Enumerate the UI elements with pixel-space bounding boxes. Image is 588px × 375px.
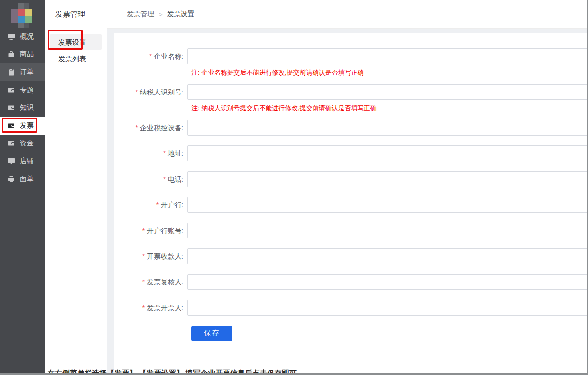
- wallet-icon: [7, 122, 15, 130]
- horizontal-scrollbar[interactable]: [0, 373, 588, 375]
- field-label: *企业名称:: [114, 48, 187, 64]
- sidebar-item-6[interactable]: 资金: [0, 135, 45, 152]
- logo-tile: [24, 3, 29, 9]
- secondary-sidebar: 发票管理 发票设置发票列表: [45, 0, 107, 375]
- field-input-3[interactable]: [187, 145, 588, 161]
- submenu-item-0[interactable]: 发票设置: [50, 34, 102, 50]
- form-row-0: *企业名称:: [114, 48, 588, 64]
- required-asterisk: *: [142, 252, 145, 260]
- field-label: *地址:: [114, 145, 187, 161]
- breadcrumb-item-1: 发票设置: [167, 10, 195, 19]
- sidebar-item-label: 商品: [20, 50, 34, 59]
- app-window: 概况商品订单专题知识发票资金店铺面单 发票管理 发票设置发票列表 发票管理>发票…: [0, 0, 588, 375]
- sidebar-item-5[interactable]: 发票: [0, 117, 45, 135]
- required-asterisk: *: [149, 52, 152, 60]
- breadcrumb-item-0[interactable]: 发票管理: [127, 10, 154, 19]
- wallet-icon: [7, 104, 15, 112]
- field-input-7[interactable]: [187, 248, 588, 264]
- invoice-settings-form: *企业名称:注: 企业名称提交后不能进行修改,提交前请确认是否填写正确*纳税人识…: [114, 33, 588, 341]
- sidebar-item-4[interactable]: 知识: [0, 99, 45, 117]
- sidebar-item-1[interactable]: 商品: [0, 46, 45, 63]
- form-row-6: *开户行账号:: [114, 223, 588, 238]
- monitor-icon: [7, 33, 15, 41]
- logo-tile: [18, 16, 25, 23]
- required-asterisk: *: [142, 227, 145, 234]
- required-asterisk: *: [163, 175, 166, 183]
- sidebar-item-label: 订单: [20, 68, 34, 77]
- sidebar-item-2[interactable]: 订单: [0, 63, 45, 81]
- sidebar-item-label: 发票: [20, 121, 34, 130]
- logo-tile: [11, 9, 18, 23]
- sidebar-item-label: 面单: [20, 175, 34, 184]
- logo-tile: [24, 23, 29, 28]
- field-input-1[interactable]: [187, 84, 588, 100]
- field-input-4[interactable]: [187, 171, 588, 187]
- sidebar-item-label: 专题: [20, 86, 34, 94]
- required-asterisk: *: [136, 88, 138, 96]
- field-label: *电话:: [114, 171, 187, 187]
- form-row-1: *纳税人识别号:: [114, 84, 588, 100]
- breadcrumb-separator: >: [159, 11, 163, 18]
- form-row-7: *开票收款人:: [114, 248, 588, 264]
- form-row-3: *地址:: [114, 145, 588, 161]
- field-label: *企业税控设备:: [114, 120, 187, 136]
- required-asterisk: *: [163, 149, 166, 157]
- monitor-icon: [7, 157, 15, 165]
- logo-tile: [18, 3, 24, 9]
- sidebar-item-label: 资金: [20, 139, 34, 148]
- primary-menu: 概况商品订单专题知识发票资金店铺面单: [0, 28, 45, 188]
- required-asterisk: *: [136, 124, 138, 132]
- form-row-9: *发票开票人:: [114, 300, 588, 316]
- app-logo: [11, 3, 35, 28]
- primary-sidebar: 概况商品订单专题知识发票资金店铺面单: [0, 0, 45, 375]
- form-row-8: *发票复核人:: [114, 274, 588, 290]
- logo-tile: [18, 23, 24, 28]
- sidebar-item-0[interactable]: 概况: [0, 28, 45, 46]
- form-row-5: *开户行:: [114, 197, 588, 213]
- save-button[interactable]: 保存: [191, 326, 232, 341]
- form-row-2: *企业税控设备:: [114, 120, 588, 136]
- wallet-icon: [7, 86, 15, 94]
- content-card: *企业名称:注: 企业名称提交后不能进行修改,提交前请确认是否填写正确*纳税人识…: [114, 33, 588, 373]
- sidebar-item-3[interactable]: 专题: [0, 81, 45, 99]
- logo-tile: [18, 9, 25, 16]
- printer-icon: [7, 175, 15, 183]
- field-label: *纳税人识别号:: [114, 84, 187, 100]
- secondary-menu: 发票设置发票列表: [45, 28, 107, 67]
- field-input-6[interactable]: [187, 223, 588, 238]
- field-input-2[interactable]: [187, 120, 588, 136]
- field-label: *发票复核人:: [114, 274, 187, 290]
- sidebar-item-label: 概况: [20, 32, 34, 41]
- breadcrumb: 发票管理>发票设置: [107, 0, 588, 29]
- submenu-title: 发票管理: [45, 0, 107, 28]
- submenu-item-1[interactable]: 发票列表: [50, 51, 102, 67]
- logo-tile: [25, 16, 32, 23]
- clipboard-icon: [7, 68, 15, 76]
- wallet-icon: [7, 140, 15, 147]
- field-label: *开户行:: [114, 197, 187, 213]
- field-label: *发票开票人:: [114, 300, 187, 316]
- required-asterisk: *: [142, 304, 145, 312]
- required-asterisk: *: [156, 201, 159, 209]
- sidebar-item-label: 店铺: [20, 157, 34, 166]
- required-asterisk: *: [142, 278, 145, 286]
- bag-icon: [7, 50, 15, 58]
- field-label: *开票收款人:: [114, 248, 187, 264]
- sidebar-item-7[interactable]: 店铺: [0, 152, 45, 170]
- field-input-8[interactable]: [187, 274, 588, 290]
- form-row-4: *电话:: [114, 171, 588, 187]
- field-input-9[interactable]: [187, 300, 588, 316]
- field-label: *开户行账号:: [114, 223, 187, 238]
- sidebar-item-label: 知识: [20, 103, 34, 112]
- field-input-5[interactable]: [187, 197, 588, 213]
- sidebar-item-8[interactable]: 面单: [0, 170, 45, 188]
- main-region: 发票管理>发票设置 *企业名称:注: 企业名称提交后不能进行修改,提交前请确认是…: [107, 0, 588, 375]
- field-note: 注: 企业名称提交后不能进行修改,提交前请确认是否填写正确: [191, 68, 588, 77]
- field-note: 注: 纳税人识别号提交后不能进行修改,提交前请确认是否填写正确: [191, 104, 588, 113]
- logo-tile: [25, 9, 32, 16]
- field-input-0[interactable]: [187, 48, 588, 64]
